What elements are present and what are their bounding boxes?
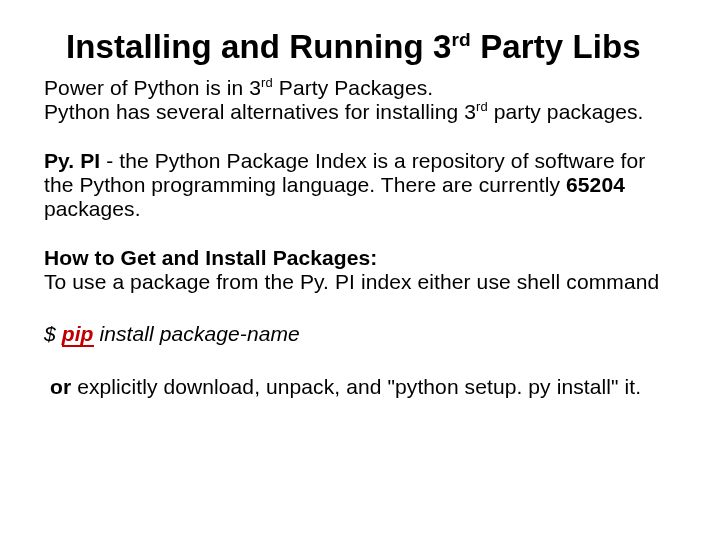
intro2-pre: Python has several alternatives for inst… [44, 100, 476, 123]
cmd-pip: pip [62, 322, 94, 347]
title-pre: Installing and Running 3 [66, 28, 452, 65]
alt-rest: explicitly download, unpack, and "python… [71, 375, 641, 398]
howto-line: To use a package from the Py. PI index e… [44, 270, 680, 294]
pypi-paragraph: Py. PI - the Python Package Index is a r… [44, 149, 680, 222]
intro-block: Power of Python is in 3rd Party Packages… [44, 76, 680, 125]
pypi-name: Py. PI [44, 149, 100, 172]
pypi-desc1: - the Python Package Index is a reposito… [44, 149, 645, 196]
intro-line-1: Power of Python is in 3rd Party Packages… [44, 76, 680, 100]
cmd-rest: install package-name [94, 322, 300, 345]
howto-block: How to Get and Install Packages: To use … [44, 246, 680, 295]
intro1-sup: rd [261, 75, 273, 90]
cmd-prefix: $ [44, 322, 62, 345]
title-post: Party Libs [471, 28, 641, 65]
title-sup: rd [452, 29, 471, 50]
intro1-post: Party Packages. [273, 76, 433, 99]
intro1-pre: Power of Python is in 3 [44, 76, 261, 99]
shell-command: $ pip install package-name [44, 322, 680, 346]
intro-line-2: Python has several alternatives for inst… [44, 100, 680, 124]
intro2-sup: rd [476, 99, 488, 114]
pypi-desc2: packages. [44, 197, 141, 220]
pypi-count: 65204 [566, 173, 625, 196]
intro2-post: party packages. [488, 100, 644, 123]
alternative-line: or explicitly download, unpack, and "pyt… [50, 375, 680, 399]
alt-or: or [50, 375, 71, 398]
page-title: Installing and Running 3rd Party Libs [66, 28, 680, 66]
howto-heading: How to Get and Install Packages: [44, 246, 680, 270]
